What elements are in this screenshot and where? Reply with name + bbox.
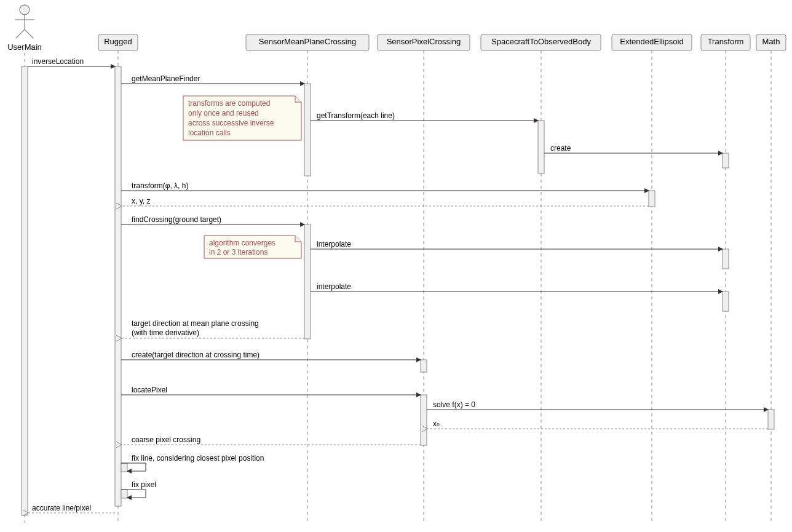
svg-line-4 [25, 30, 33, 38]
msg-targetdirection-1: target direction at mean plane crossing [132, 319, 259, 328]
msg-gettransform: getTransform(each line) [317, 111, 395, 120]
activation-rugged [115, 66, 121, 506]
participant-math: Math [756, 34, 786, 50]
svg-text:location calls: location calls [188, 129, 231, 137]
activation-rugged-self-1 [121, 463, 127, 472]
svg-line-3 [16, 30, 25, 38]
svg-text:Transform: Transform [708, 37, 744, 46]
svg-text:Math: Math [762, 37, 780, 46]
activation-transform-1 [723, 153, 729, 168]
svg-text:fix line, considering closest : fix line, considering closest pixel posi… [132, 454, 264, 463]
svg-text:ExtendedEllipsoid: ExtendedEllipsoid [620, 37, 683, 46]
participant-sensormeanplanecrossing: SensorMeanPlaneCrossing [246, 34, 369, 50]
msg-targetdirection-2: (with time derivative) [132, 328, 199, 337]
svg-text:SensorMeanPlaneCrossing: SensorMeanPlaneCrossing [259, 37, 356, 46]
msg-interpolate-2: interpolate [317, 282, 351, 291]
svg-point-0 [20, 5, 30, 15]
msg-coarsepixel: coarse pixel crossing [132, 435, 200, 444]
msg-solve: solve f(x) = 0 [433, 400, 475, 409]
note-algorithm-converges: algorithm converges in 2 or 3 iterations [204, 236, 301, 258]
activation-spc-1 [421, 360, 427, 372]
actor-label: UserMain [7, 42, 42, 52]
sequence-diagram: UserMain Rugged SensorMeanPlaneCrossing … [0, 0, 792, 532]
activation-spc-2 [421, 395, 427, 445]
msg-findcrossing: findCrossing(ground target) [132, 215, 221, 224]
svg-text:Rugged: Rugged [104, 37, 132, 46]
svg-text:algorithm converges: algorithm converges [209, 239, 275, 247]
msg-locatepixel: locatePixel [132, 386, 167, 394]
svg-text:in 2 or 3 iterations: in 2 or 3 iterations [209, 248, 267, 256]
svg-text:across successive inverse: across successive inverse [188, 119, 274, 127]
participant-transform: Transform [701, 34, 750, 50]
svg-text:fix pixel: fix pixel [132, 480, 156, 489]
msg-transform: transform(φ, λ, h) [132, 181, 188, 190]
note-transforms-computed: transforms are computed only once and re… [183, 96, 301, 140]
activation-ee [649, 191, 655, 207]
msg-fixline-self: fix line, considering closest pixel posi… [121, 454, 264, 471]
participant-spacecrafttoobservedbody: SpacecraftToObservedBody [481, 34, 601, 50]
activation-transform-3 [723, 292, 729, 311]
activation-usermain [22, 66, 28, 515]
msg-xyz: x, y, z [132, 197, 150, 205]
msg-accurate: accurate line/pixel [32, 504, 91, 512]
participant-rugged: Rugged [98, 34, 138, 50]
actor-usermain: UserMain [7, 5, 42, 52]
activation-stob [538, 121, 544, 173]
svg-text:transforms are computed: transforms are computed [188, 99, 270, 108]
participant-extendedellipsoid: ExtendedEllipsoid [612, 34, 692, 50]
svg-text:SensorPixelCrossing: SensorPixelCrossing [387, 37, 461, 46]
msg-x0: x₀ [433, 419, 440, 428]
msg-inverselocation: inverseLocation [32, 57, 84, 66]
activation-smp-2 [304, 224, 311, 339]
msg-getmeanplanefinder: getMeanPlaneFinder [132, 74, 200, 83]
activation-math [768, 410, 774, 429]
svg-text:only once and reused: only once and reused [188, 109, 259, 117]
activation-transform-2 [723, 249, 729, 269]
activation-rugged-self-2 [121, 490, 127, 498]
svg-text:SpacecraftToObservedBody: SpacecraftToObservedBody [491, 37, 591, 46]
msg-create-2: create(target direction at crossing time… [132, 351, 259, 359]
msg-create-1: create [550, 144, 571, 153]
activation-smp-1 [304, 84, 311, 176]
msg-interpolate-1: interpolate [317, 240, 351, 248]
participant-sensorpixelcrossing: SensorPixelCrossing [378, 34, 470, 50]
